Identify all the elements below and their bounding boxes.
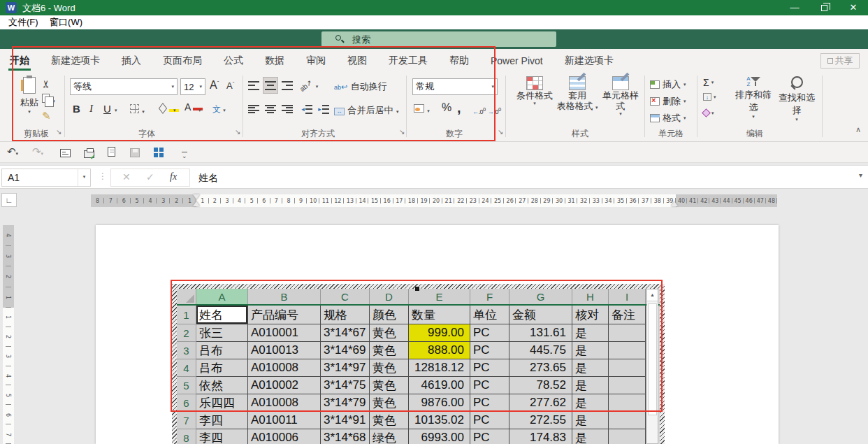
cell-F6[interactable]: PC bbox=[470, 394, 509, 412]
quick-print-button[interactable] bbox=[84, 148, 94, 160]
decrease-decimal-button[interactable]: →.00 bbox=[488, 104, 501, 116]
number-dialog-launcher[interactable]: ↘ bbox=[498, 128, 503, 136]
find-select-button[interactable]: 查找和选择 ▾ bbox=[774, 76, 819, 122]
cut-button[interactable]: ✂ bbox=[42, 78, 51, 90]
col-header-A[interactable]: A bbox=[196, 289, 248, 304]
search-input[interactable]: 搜索 bbox=[321, 31, 556, 47]
cell-F4[interactable]: PC bbox=[470, 359, 509, 377]
grow-font-button[interactable]: Aˆ bbox=[210, 79, 219, 92]
col-header-F[interactable]: F bbox=[470, 289, 509, 304]
format-cells-button[interactable]: 格式▾ bbox=[650, 112, 686, 124]
cell-D7[interactable]: 黄色 bbox=[370, 412, 409, 429]
cell-A1[interactable]: 姓名 bbox=[196, 306, 248, 324]
row-header-7[interactable]: 7 bbox=[177, 412, 196, 429]
cell-styles-button[interactable]: 单元格样式 ▾ bbox=[598, 76, 643, 117]
borders-button[interactable]: ▾ bbox=[130, 103, 145, 115]
cell-E5[interactable]: 4619.00 bbox=[409, 377, 470, 394]
cell-G3[interactable]: 445.75 bbox=[509, 342, 572, 359]
collapse-ribbon-button[interactable]: ∧ bbox=[855, 125, 861, 134]
fill-color-button[interactable] bbox=[159, 102, 179, 115]
select-all-corner[interactable] bbox=[177, 289, 196, 304]
minimize-button[interactable]: — bbox=[780, 0, 809, 15]
save-button[interactable] bbox=[130, 148, 140, 159]
cell-I8[interactable] bbox=[609, 429, 646, 444]
top-align-button[interactable] bbox=[246, 77, 261, 94]
cell-F8[interactable]: PC bbox=[470, 429, 509, 444]
cell-D2[interactable]: 黄色 bbox=[370, 324, 409, 342]
print-preview-button[interactable] bbox=[108, 147, 115, 159]
col-header-H[interactable]: H bbox=[572, 289, 609, 304]
copy-button[interactable]: ▾ bbox=[42, 93, 55, 105]
hanging-indent-marker[interactable] bbox=[193, 201, 200, 206]
scroll-up-button[interactable]: ▲ bbox=[647, 289, 658, 301]
row-header-5[interactable]: 5 bbox=[177, 377, 196, 394]
cell-H8[interactable]: 是 bbox=[572, 429, 609, 444]
tab-新建选项卡-1[interactable]: 新建选项卡 bbox=[50, 50, 101, 71]
cell-H1[interactable]: 核对 bbox=[572, 306, 609, 324]
paste-button[interactable]: 粘贴 ▾ bbox=[15, 77, 43, 123]
format-as-table-button[interactable]: 套用 表格格式 ▾ bbox=[556, 76, 598, 113]
cell-C1[interactable]: 规格 bbox=[321, 306, 370, 324]
restore-button[interactable] bbox=[809, 0, 839, 15]
ole-resize-handle[interactable] bbox=[415, 287, 419, 291]
cell-H4[interactable]: 是 bbox=[572, 359, 609, 377]
number-format-combo[interactable]: 常规▾ bbox=[412, 78, 498, 95]
cell-A3[interactable]: 吕布 bbox=[196, 342, 248, 359]
cell-I6[interactable] bbox=[609, 394, 646, 412]
cell-E3[interactable]: 888.00 bbox=[409, 342, 470, 359]
menu-window[interactable]: 窗口(W) bbox=[50, 15, 82, 29]
cell-B1[interactable]: 产品编号 bbox=[248, 306, 321, 324]
tab-开发工具-8[interactable]: 开发工具 bbox=[387, 50, 429, 71]
cell-C7[interactable]: 3*14*91 bbox=[321, 412, 370, 429]
fill-color-caret[interactable]: ▾ bbox=[173, 108, 176, 113]
close-button[interactable]: ✕ bbox=[839, 0, 868, 15]
embedded-excel-object[interactable]: ABCDEFGHI 1姓名产品编号规格颜色数量单位金额核对备注2张三A01000… bbox=[172, 284, 665, 444]
col-header-G[interactable]: G bbox=[509, 289, 572, 304]
formula-content[interactable]: 姓名 bbox=[198, 172, 218, 185]
cell-I2[interactable] bbox=[609, 324, 646, 342]
cell-A2[interactable]: 张三 bbox=[196, 324, 248, 342]
cell-F5[interactable]: PC bbox=[470, 377, 509, 394]
orientation-button[interactable]: ab↗ ▾ bbox=[299, 78, 318, 90]
name-box[interactable]: A1 ▾ bbox=[1, 169, 91, 187]
formula-bar-grip[interactable]: ⋮ bbox=[99, 171, 108, 181]
conditional-formatting-button[interactable]: 条件格式 ▾ bbox=[514, 76, 555, 106]
cell-E8[interactable]: 6993.00 bbox=[409, 429, 470, 444]
undo-button[interactable]: ↶▾ bbox=[7, 145, 18, 158]
tab-审阅-6[interactable]: 审阅 bbox=[305, 50, 327, 71]
tab-开始-0[interactable]: 开始 bbox=[8, 50, 31, 71]
cell-G4[interactable]: 273.65 bbox=[509, 359, 572, 377]
font-size-combo[interactable]: 12▾ bbox=[180, 78, 205, 95]
bottom-align-button[interactable] bbox=[280, 77, 295, 94]
cell-H7[interactable]: 是 bbox=[572, 412, 609, 429]
cell-B2[interactable]: A010001 bbox=[248, 324, 321, 342]
name-box-dropdown[interactable]: ▾ bbox=[78, 169, 90, 186]
cell-F1[interactable]: 单位 bbox=[470, 306, 509, 324]
tab-数据-5[interactable]: 数据 bbox=[263, 50, 286, 71]
cell-B4[interactable]: A010008 bbox=[248, 359, 321, 377]
cell-B3[interactable]: A010013 bbox=[248, 342, 321, 359]
cell-E7[interactable]: 10135.02 bbox=[409, 412, 470, 429]
cell-H2[interactable]: 是 bbox=[572, 324, 609, 342]
redo-button[interactable]: ↷▾ bbox=[32, 145, 43, 158]
cell-I7[interactable] bbox=[609, 412, 646, 429]
row-header-3[interactable]: 3 bbox=[177, 342, 196, 359]
align-center-button[interactable] bbox=[263, 101, 278, 117]
cancel-icon[interactable]: ✕ bbox=[122, 171, 131, 182]
autosum-button[interactable]: Σ▾ bbox=[703, 77, 714, 88]
cell-G1[interactable]: 金额 bbox=[509, 306, 572, 324]
tab-帮助-9[interactable]: 帮助 bbox=[448, 50, 470, 71]
cell-E4[interactable]: 12818.12 bbox=[409, 359, 470, 377]
menu-file[interactable]: 文件(F) bbox=[8, 15, 38, 29]
align-left-button[interactable] bbox=[246, 101, 261, 117]
first-line-indent-marker[interactable] bbox=[193, 194, 200, 199]
increase-decimal-button[interactable]: ←.00 bbox=[472, 104, 486, 116]
cell-C8[interactable]: 3*14*68 bbox=[321, 429, 370, 444]
scrollbar-thumb[interactable] bbox=[648, 303, 657, 415]
merge-center-button[interactable]: ↔ 合并后居中 ▾ bbox=[334, 103, 398, 117]
formula-bar-expand[interactable]: ▾ bbox=[859, 171, 862, 179]
cell-G7[interactable]: 272.55 bbox=[509, 412, 572, 429]
cell-D1[interactable]: 颜色 bbox=[370, 306, 409, 324]
cell-A8[interactable]: 李四 bbox=[196, 429, 248, 444]
cell-I5[interactable] bbox=[609, 377, 646, 394]
